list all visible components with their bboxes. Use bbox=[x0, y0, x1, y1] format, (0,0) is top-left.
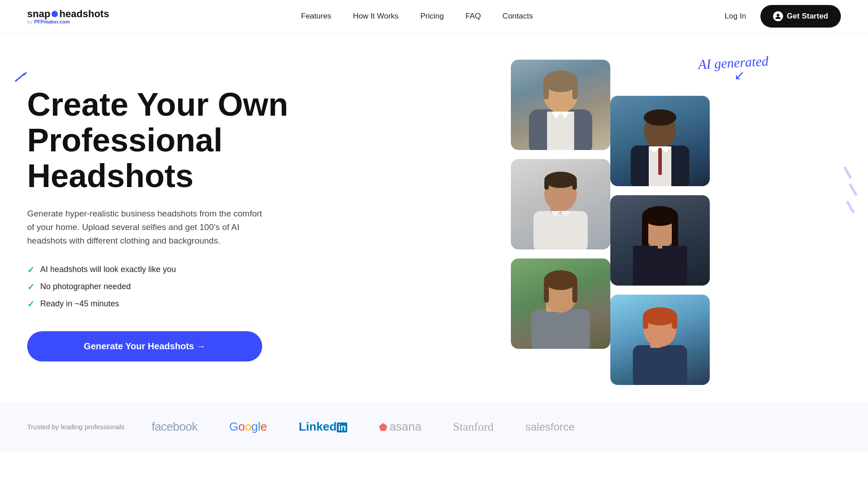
photo-woman-2 bbox=[610, 195, 710, 286]
ai-annotation-area: AI generated ↙ bbox=[698, 55, 769, 83]
logo-headshots-text: headshots bbox=[59, 8, 109, 20]
photo-card-2 bbox=[511, 159, 610, 249]
svg-rect-14 bbox=[544, 180, 549, 190]
logos-section: Trusted by leading professionals faceboo… bbox=[0, 403, 868, 450]
trust-label: Trusted by leading professionals bbox=[27, 422, 124, 432]
svg-rect-43 bbox=[672, 316, 677, 329]
hero-photos-area: AI generated ↙ bbox=[380, 60, 841, 385]
photo-svg-5 bbox=[610, 195, 710, 286]
hero-description: Generate hyper-realistic business headsh… bbox=[27, 207, 262, 248]
logo-wordmark: snap headshots bbox=[27, 8, 109, 20]
photo-card-1 bbox=[511, 60, 610, 150]
nav-features[interactable]: Features bbox=[301, 12, 331, 21]
photo-card-5 bbox=[610, 195, 710, 286]
svg-rect-15 bbox=[572, 180, 577, 190]
nav-faq[interactable]: FAQ bbox=[466, 12, 481, 21]
nav-contacts[interactable]: Contacts bbox=[503, 12, 533, 21]
logo-salesforce: salesforce bbox=[525, 421, 575, 433]
feature-text-1: AI headshots will look exactly like you bbox=[40, 265, 176, 274]
navbar: snap headshots by PFPmaker.com Features … bbox=[0, 0, 868, 33]
user-svg bbox=[775, 13, 781, 19]
check-icon-3: ✓ bbox=[27, 299, 35, 310]
logo-asana: ⬟asana bbox=[379, 420, 421, 434]
photo-card-3 bbox=[511, 258, 610, 349]
nav-how-it-works[interactable]: How It Works bbox=[353, 12, 399, 21]
deco-line-2 bbox=[14, 73, 25, 82]
svg-rect-37 bbox=[662, 246, 687, 286]
logo-pfpmaker-text: PFPmaker.com bbox=[34, 19, 70, 24]
generate-headshots-label: Generate Your Headshots → bbox=[84, 341, 205, 352]
get-started-label: Get Started bbox=[787, 12, 828, 21]
photo-man-3 bbox=[610, 295, 710, 385]
logo[interactable]: snap headshots by PFPmaker.com bbox=[27, 8, 109, 24]
feature-text-3: Ready in ~45 minutes bbox=[40, 299, 119, 309]
svg-rect-17 bbox=[531, 309, 590, 349]
google-g: G bbox=[229, 420, 238, 433]
nav-links: Features How It Works Pricing FAQ Contac… bbox=[301, 12, 533, 21]
photo-man-2 bbox=[511, 159, 610, 249]
svg-point-13 bbox=[544, 172, 577, 188]
user-icon bbox=[773, 11, 783, 21]
svg-rect-2 bbox=[547, 112, 574, 150]
feature-text-2: No photographer needed bbox=[40, 282, 131, 291]
logo-by-text: by bbox=[27, 19, 33, 24]
photo-card-4 bbox=[610, 96, 710, 186]
svg-rect-35 bbox=[672, 216, 678, 248]
photo-woman-3 bbox=[511, 258, 610, 349]
get-started-button[interactable]: Get Started bbox=[760, 5, 841, 28]
photo-col-right bbox=[610, 96, 710, 385]
logo-dot-icon bbox=[52, 11, 58, 17]
photo-card-6 bbox=[610, 295, 710, 385]
logo-facebook: facebook bbox=[151, 420, 198, 434]
hero-feature-3: ✓ Ready in ~45 minutes bbox=[27, 299, 344, 310]
photo-svg-1 bbox=[511, 60, 610, 150]
svg-rect-21 bbox=[544, 280, 549, 303]
logo-snap-text: snap bbox=[27, 8, 50, 20]
svg-rect-36 bbox=[633, 246, 658, 286]
svg-rect-22 bbox=[572, 280, 577, 303]
svg-point-0 bbox=[777, 14, 779, 16]
logo-stanford: Stanford bbox=[453, 420, 494, 434]
login-link[interactable]: Log In bbox=[725, 12, 746, 21]
nav-pricing[interactable]: Pricing bbox=[420, 12, 444, 21]
hero-features-list: ✓ AI headshots will look exactly like yo… bbox=[27, 264, 344, 310]
logo-linkedin: Linkedin bbox=[299, 420, 348, 434]
photo-svg-3 bbox=[511, 258, 610, 349]
svg-rect-25 bbox=[658, 148, 662, 175]
generate-headshots-button[interactable]: Generate Your Headshots → bbox=[27, 331, 262, 361]
hero-feature-1: ✓ AI headshots will look exactly like yo… bbox=[27, 264, 344, 275]
logo-google: Google bbox=[229, 420, 267, 434]
svg-rect-10 bbox=[533, 211, 588, 249]
deco-lines bbox=[14, 73, 27, 78]
photo-col-left bbox=[511, 60, 610, 385]
photo-svg-2 bbox=[511, 159, 610, 249]
photo-woman-1 bbox=[511, 60, 610, 150]
hero-left: Create Your Own Professional Headshots G… bbox=[27, 60, 344, 361]
nav-right: Log In Get Started bbox=[725, 5, 841, 28]
check-icon-1: ✓ bbox=[27, 264, 35, 275]
logos-list: facebook Google Linkedin ⬟asana Stanford… bbox=[151, 420, 841, 434]
hero-feature-2: ✓ No photographer needed bbox=[27, 282, 344, 292]
logo-subtitle: by PFPmaker.com bbox=[27, 19, 70, 24]
asana-icon: ⬟ bbox=[379, 422, 387, 433]
photo-svg-6 bbox=[610, 295, 710, 385]
svg-rect-38 bbox=[633, 345, 687, 385]
linkedin-in: in bbox=[337, 422, 348, 432]
svg-rect-42 bbox=[643, 316, 648, 329]
svg-rect-6 bbox=[543, 81, 549, 99]
hero-section: Create Your Own Professional Headshots G… bbox=[0, 33, 868, 385]
deco-right bbox=[846, 166, 854, 214]
svg-rect-7 bbox=[572, 81, 578, 99]
check-icon-2: ✓ bbox=[27, 282, 35, 292]
photo-man-1 bbox=[610, 96, 710, 186]
svg-rect-34 bbox=[642, 216, 648, 248]
svg-point-20 bbox=[544, 270, 577, 290]
hero-title: Create Your Own Professional Headshots bbox=[27, 87, 344, 194]
photo-svg-4 bbox=[610, 96, 710, 186]
svg-point-28 bbox=[644, 109, 676, 126]
